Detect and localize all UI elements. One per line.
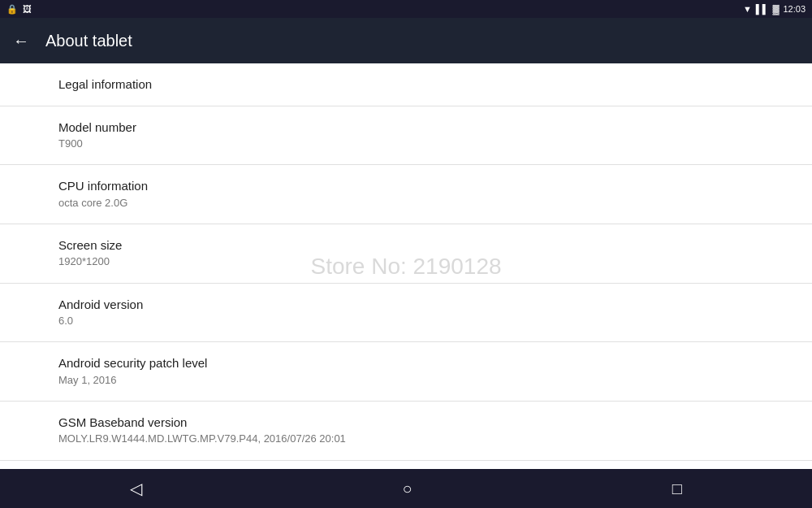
settings-item-title: Legal information	[58, 76, 754, 93]
page-title: About tablet	[45, 32, 132, 50]
settings-item-title: Android version	[58, 297, 754, 313]
settings-item-subtitle: 1920*1200	[58, 254, 754, 269]
status-time: 12:03	[783, 4, 806, 14]
wifi-icon: ▼	[743, 4, 752, 14]
content-area: Store No: 2190128 Legal informationModel…	[0, 63, 812, 469]
settings-item-subtitle: MOLY.LR9.W1444.MD.LWTG.MP.V79.P44, 2016/…	[58, 432, 754, 446]
nav-recent-button[interactable]: □	[640, 473, 715, 505]
settings-item-title: Android security patch level	[58, 355, 754, 371]
settings-item[interactable]: Screen size1920*1200	[0, 224, 812, 284]
settings-item-subtitle: octa core 2.0G	[58, 196, 754, 211]
settings-list: Legal informationModel numberT900CPU inf…	[0, 63, 812, 469]
nav-home-button[interactable]: ○	[369, 473, 444, 505]
nav-bar: ◁ ○ □	[0, 469, 812, 508]
settings-item-title: Model number	[58, 119, 754, 136]
image-icon: 🖼	[23, 4, 32, 14]
settings-item[interactable]: Model numberT900	[0, 106, 812, 166]
status-bar-left: 🔒 🖼	[6, 4, 32, 15]
settings-item-title: GSM Baseband version	[58, 415, 754, 431]
battery-icon: ▓	[772, 4, 779, 14]
settings-item[interactable]: Legal information	[0, 63, 812, 106]
settings-item-subtitle: May 1, 2016	[58, 373, 754, 388]
settings-item[interactable]: CDMA Baseband versionSIXTH.CBP.MD.MP2.V3…	[0, 461, 812, 469]
settings-item[interactable]: CPU informationocta core 2.0G	[0, 165, 812, 224]
settings-item-title: Screen size	[58, 237, 754, 254]
app-bar: ← About tablet	[0, 18, 812, 63]
status-bar-right: ▼ ▌▌ ▓ 12:03	[743, 4, 806, 14]
status-bar: 🔒 🖼 ▼ ▌▌ ▓ 12:03	[0, 0, 812, 18]
settings-item-subtitle: T900	[58, 137, 754, 151]
lock-icon: 🔒	[6, 4, 18, 15]
nav-back-button[interactable]: ◁	[97, 472, 175, 505]
signal-icon: ▌▌	[756, 4, 769, 14]
back-button[interactable]: ←	[13, 33, 29, 49]
settings-item[interactable]: Android security patch levelMay 1, 2016	[0, 342, 812, 402]
settings-item[interactable]: GSM Baseband versionMOLY.LR9.W1444.MD.LW…	[0, 402, 812, 461]
settings-item-subtitle: 6.0	[58, 314, 754, 328]
settings-item-title: CPU information	[58, 178, 754, 194]
settings-item[interactable]: Android version6.0	[0, 284, 812, 343]
